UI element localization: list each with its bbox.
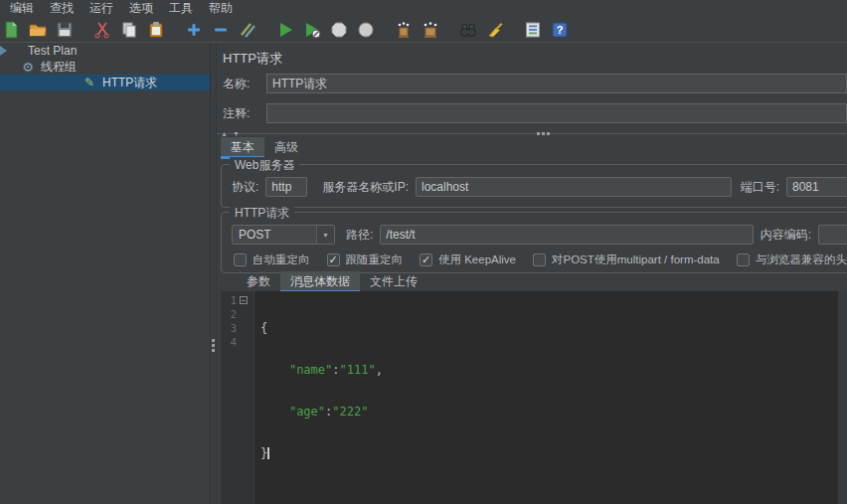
text-caret (267, 447, 269, 459)
sampler-panel: HTTP请求 名称: 注释: 基本 高级 Web服务器 协议: (217, 43, 847, 504)
cut-icon[interactable] (92, 20, 112, 40)
editor-code-area[interactable]: { "name":"111", "age":"222" } (254, 291, 847, 504)
splitter-handle-icon (212, 339, 215, 342)
encoding-input[interactable] (818, 225, 847, 245)
checkbox-browser-compatible-headers[interactable]: 与浏览器兼容的头 (737, 252, 847, 267)
start-no-pauses-icon[interactable] (302, 20, 322, 40)
method-select[interactable]: POST (232, 225, 335, 245)
checkbox-icon[interactable] (234, 253, 247, 266)
svg-text:?: ? (557, 24, 564, 36)
checkbox-label: 自动重定向 (253, 252, 310, 267)
menu-options[interactable]: 选项 (121, 0, 161, 18)
checkbox-follow-redirects-auto[interactable]: 自动重定向 (234, 252, 310, 267)
menu-bar: 编辑 查找 运行 选项 工具 帮助 (0, 0, 847, 17)
checkbox-multipart[interactable]: 对POST使用multipart / form-data (533, 252, 720, 267)
editor-scrollbar[interactable] (838, 291, 847, 504)
checkbox-icon[interactable] (737, 253, 750, 266)
tree-node-test-plan[interactable]: Test Plan (0, 43, 210, 59)
jmeter-window: 编辑 查找 运行 选项 工具 帮助 (0, 0, 847, 504)
stop-icon[interactable] (329, 20, 349, 40)
checkbox-label: 与浏览器兼容的头 (756, 252, 847, 267)
server-input[interactable] (416, 177, 732, 197)
tree-node-label: 线程组 (41, 59, 77, 76)
tree-node-label: Test Plan (28, 44, 77, 58)
toggle-icon[interactable] (238, 20, 257, 40)
body-data-editor[interactable]: 1 2 3 4 { "name":"111", "age":"222" } (221, 291, 847, 504)
encoding-label: 内容编码: (761, 227, 811, 244)
code-line: { (260, 321, 847, 335)
editor-gutter: 1 2 3 4 (221, 291, 254, 504)
clear-icon[interactable] (394, 20, 414, 40)
code-line: "age":"222" (260, 405, 847, 419)
clear-all-icon[interactable] (421, 20, 440, 40)
tree-node-http-request[interactable]: ✎ HTTP请求 (0, 75, 210, 90)
tab-body-data[interactable]: 消息体数据 (280, 271, 360, 293)
checkbox-follow-redirects[interactable]: 跟随重定向 (327, 252, 404, 267)
menu-search[interactable]: 查找 (42, 0, 82, 18)
path-label: 路径: (346, 227, 373, 244)
line-number: 1 (221, 294, 237, 307)
web-server-legend: Web服务器 (230, 157, 299, 174)
name-label: 名称: (223, 76, 266, 92)
protocol-input[interactable] (265, 177, 307, 197)
method-value: POST (233, 228, 316, 242)
menu-help[interactable]: 帮助 (201, 0, 241, 18)
http-request-group: HTTP请求 POST 路径: 内容编码: 自动重定向 跟随重定向 (221, 212, 847, 273)
name-input[interactable] (266, 74, 847, 93)
save-icon[interactable] (55, 20, 75, 40)
path-input[interactable] (380, 225, 753, 245)
thread-group-gear-icon: ⚙ (20, 61, 36, 74)
new-file-icon[interactable] (1, 20, 21, 40)
tab-parameters[interactable]: 参数 (237, 271, 280, 293)
tree-node-label: HTTP请求 (102, 75, 157, 91)
shutdown-icon[interactable] (356, 20, 376, 40)
function-helper-icon[interactable] (523, 20, 543, 40)
server-label: 服务器名称或IP: (322, 179, 409, 196)
paste-icon[interactable] (146, 20, 166, 40)
chevron-down-icon[interactable] (316, 226, 334, 244)
tab-files-upload[interactable]: 文件上传 (360, 271, 427, 293)
code-line: "name":"111", (260, 363, 847, 377)
checkbox-label: 使用 KeepAlive (438, 252, 516, 267)
test-plan-icon (0, 46, 7, 56)
horizontal-splitter[interactable] (217, 129, 847, 139)
menu-tools[interactable]: 工具 (161, 0, 201, 18)
http-request-legend: HTTP请求 (230, 205, 294, 222)
checkbox-icon[interactable] (533, 253, 546, 266)
checkbox-keepalive[interactable]: 使用 KeepAlive (420, 252, 516, 267)
add-icon[interactable] (184, 20, 204, 40)
tab-basic[interactable]: 基本 (221, 137, 264, 159)
checkbox-label: 跟随重定向 (346, 252, 404, 267)
open-file-icon[interactable] (28, 20, 48, 40)
help-icon[interactable]: ? (550, 20, 570, 40)
splitter-line (217, 133, 847, 134)
line-number: 3 (221, 322, 237, 335)
checkbox-icon[interactable] (420, 253, 432, 266)
fold-collapse-icon[interactable] (240, 296, 248, 304)
splitter-handle-icon (537, 132, 540, 135)
body-tabbar: 参数 消息体数据 文件上传 (237, 273, 427, 293)
port-label: 端口号: (741, 179, 779, 196)
checkbox-icon[interactable] (327, 253, 340, 266)
tab-advanced[interactable]: 高级 (264, 137, 308, 159)
config-tabbar: 基本 高级 (221, 139, 308, 159)
line-number: 4 (221, 336, 237, 349)
comment-label: 注释: (223, 105, 266, 122)
menu-run[interactable]: 运行 (82, 0, 121, 18)
test-plan-tree: Test Plan ⚙ 线程组 ✎ HTTP请求 (0, 43, 211, 504)
page-title: HTTP请求 (223, 50, 282, 68)
remove-icon[interactable] (211, 20, 231, 40)
port-input[interactable] (786, 177, 847, 197)
line-number: 2 (221, 308, 237, 321)
copy-icon[interactable] (119, 20, 139, 40)
search-reset-icon[interactable] (485, 20, 505, 40)
code-line: } (260, 446, 847, 460)
search-icon[interactable] (458, 20, 478, 40)
tree-node-thread-group[interactable]: ⚙ 线程组 (0, 59, 210, 75)
web-server-group: Web服务器 协议: 服务器名称或IP: 端口号: (221, 164, 847, 208)
comment-input[interactable] (266, 103, 847, 123)
protocol-label: 协议: (232, 179, 258, 196)
start-icon[interactable] (275, 20, 295, 40)
menu-edit[interactable]: 编辑 (2, 0, 42, 18)
sampler-pencil-icon: ✎ (82, 77, 97, 88)
